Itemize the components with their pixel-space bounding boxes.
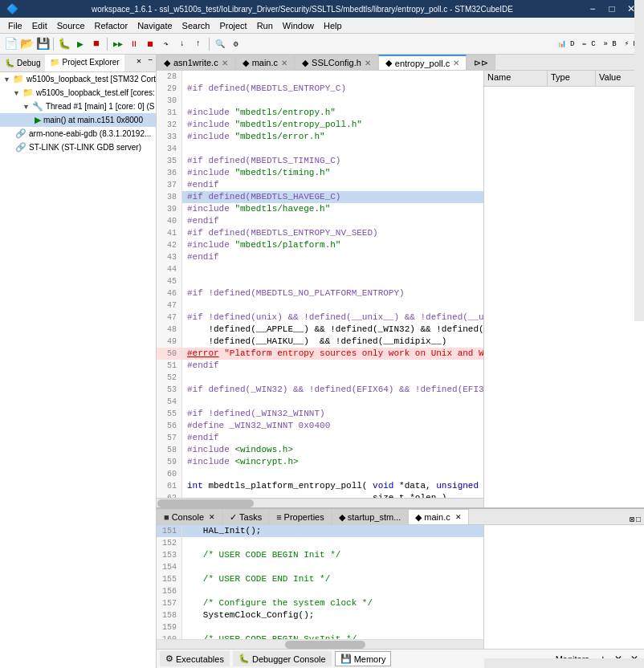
- startup-tab[interactable]: ◆ startup_stm...: [332, 509, 409, 524]
- mainc-tab[interactable]: ◆ main.c ✕: [408, 509, 468, 524]
- code-line-34: 34: [157, 143, 483, 155]
- code-line-59: 59 #include <wincrypt.h>: [157, 456, 483, 468]
- mainc-icon: ◆: [415, 512, 422, 523]
- menu-source[interactable]: Source: [52, 19, 90, 32]
- toolbar-search-btn[interactable]: 🔍: [213, 37, 227, 51]
- code-editor[interactable]: 28 29 #if defined(MBEDTLS_ENTROPY_C) 30 …: [157, 71, 483, 507]
- bottom-code-editor[interactable]: 151 HAL_Init(); 152 153 /* USER CODE BEG…: [157, 525, 483, 649]
- maximize-button[interactable]: □: [605, 3, 618, 14]
- code-line-55: 55 #if !defined(_WIN32_WINNT): [157, 408, 483, 420]
- main-icon: ▶: [35, 115, 41, 125]
- toolbar-settings-btn[interactable]: ⚙: [229, 37, 243, 51]
- toolbar-stepover-btn[interactable]: ↷: [159, 37, 173, 51]
- minimize-button[interactable]: −: [586, 3, 599, 14]
- code-line-35: 35 #if defined(MBEDTLS_TIMING_C): [157, 155, 483, 167]
- toolbar-perspective-btn[interactable]: 📊 D: [554, 37, 578, 51]
- toolbar-stepinto-btn[interactable]: ↓: [175, 37, 190, 51]
- editor-split: 28 29 #if defined(MBEDTLS_ENTROPY_C) 30 …: [157, 71, 644, 507]
- toolbar-stop-btn[interactable]: ■: [89, 37, 104, 51]
- executables-tab[interactable]: ⚙ Executables: [160, 651, 230, 666]
- sidebar-panel: 🐛 Debug 📁 Project Explorer ✕ − ▼ 📁 w5100…: [0, 55, 157, 668]
- bottom-scrollbar-h[interactable]: [157, 639, 483, 649]
- bottom-line-155: 155 /* USER CODE END Init */: [157, 573, 483, 585]
- toolbar-open-btn[interactable]: 📂: [19, 37, 34, 51]
- menu-help[interactable]: Help: [319, 19, 347, 32]
- code-line-38: 38 #if defined(MBEDTLS_HAVEGE_C): [157, 191, 483, 203]
- toolbar-terminate-btn[interactable]: ⏹: [143, 37, 157, 51]
- toolbar-stepout-btn[interactable]: ↑: [191, 37, 206, 51]
- sidebar-tab-bar: 🐛 Debug 📁 Project Explorer ✕ −: [0, 55, 156, 72]
- console-tab[interactable]: ■ Console ✕: [157, 509, 222, 524]
- toolbar-suspend-btn[interactable]: ⏸: [127, 37, 141, 51]
- code-line-56: 56 #define _WIN32_WINNT 0x0400: [157, 420, 483, 432]
- sidebar-minimize-btn[interactable]: −: [145, 55, 156, 71]
- bottom-line-158: 158 SystemClock_Config();: [157, 609, 483, 621]
- code-line-50: 50 #error "Platform entropy sources only…: [157, 348, 483, 360]
- debugger-console-tab[interactable]: 🐛 Debugger Console: [233, 651, 332, 666]
- bottom-line-157: 157 /* Configure the system clock */: [157, 597, 483, 609]
- sidebar-tab-project[interactable]: 📁 Project Explorer: [45, 55, 124, 71]
- mainc-close[interactable]: ✕: [455, 513, 462, 521]
- code-line-31: 31 #include "mbedtls/entropy.h": [157, 107, 483, 119]
- bottom-ctrl-1[interactable]: ⊠: [630, 515, 634, 524]
- stlink-icon: 🔗: [15, 142, 26, 153]
- toolbar-debug-btn[interactable]: 🐛: [57, 37, 71, 51]
- tree-item-thread[interactable]: ▼ 🔧 Thread #1 [main] 1 [core: 0] (S: [0, 100, 156, 113]
- toolbar-resume-btn[interactable]: ▶▶: [111, 37, 125, 51]
- tab-asn1write[interactable]: ◆ asn1write.c ✕: [157, 55, 235, 70]
- menu-file[interactable]: File: [3, 19, 27, 32]
- toolbar-sep-3: [209, 38, 210, 51]
- menu-window[interactable]: Window: [278, 19, 319, 32]
- tab-entropy-poll[interactable]: ◆ entropy_poll.c ✕: [378, 55, 467, 70]
- menu-edit[interactable]: Edit: [27, 19, 52, 32]
- sslconfig-close[interactable]: ✕: [365, 59, 371, 67]
- tree-item-gdb[interactable]: 🔗 arm-none-eabi-gdb (8.3.1.20192...: [0, 127, 156, 141]
- sidebar-close-btn[interactable]: ✕: [133, 55, 145, 71]
- asn1write-icon: ◆: [164, 58, 170, 68]
- console-close[interactable]: ✕: [209, 513, 215, 521]
- tasks-tab[interactable]: ✓ Tasks: [222, 509, 269, 524]
- code-line-29: 29 #if defined(MBEDTLS_ENTROPY_C): [157, 83, 483, 95]
- tab-sslconfig[interactable]: ◆ SSLConfig.h ✕: [295, 55, 378, 70]
- properties-tab[interactable]: ≡ Properties: [269, 509, 332, 524]
- code-line-61: 61 int mbedtls_platform_entropy_poll( vo…: [157, 480, 483, 492]
- toolbar-perspective3-btn[interactable]: » B: [601, 37, 620, 51]
- code-line-30: 30: [157, 95, 483, 107]
- code-line-54: 54: [157, 396, 483, 408]
- project-icon: 📁: [50, 58, 59, 67]
- menu-refactor[interactable]: Refactor: [90, 19, 133, 32]
- memory-tab[interactable]: 💾 Memory: [335, 651, 392, 666]
- code-line-47-blank: 47: [157, 299, 483, 312]
- app-window: 🔷 workspace_1.6.1 - ssl_w5100s_test/IoLi…: [0, 0, 644, 668]
- toolbar-perspective2-btn[interactable]: ✏ C: [579, 37, 598, 51]
- tree-arrow: ▼: [3, 75, 10, 84]
- elf-icon: 📁: [22, 88, 34, 98]
- editor-scrollbar-h[interactable]: [157, 498, 483, 507]
- menu-run[interactable]: Run: [252, 19, 278, 32]
- toolbar-new-btn[interactable]: 📄: [3, 37, 18, 51]
- gdb-icon: 🔗: [15, 128, 26, 139]
- tree-item-main[interactable]: ▶ main() at main.c151 0x8000: [0, 113, 156, 127]
- bottom-split: 151 HAL_Init(); 152 153 /* USER CODE BEG…: [157, 525, 644, 649]
- main-tab-close[interactable]: ✕: [281, 59, 287, 67]
- menu-project[interactable]: Project: [214, 19, 251, 32]
- bottom-ctrl-2[interactable]: □: [636, 515, 641, 524]
- tree-item-loopback-test[interactable]: ▼ 📁 w5100s_loopback_test [STM32 Corte...: [0, 72, 156, 86]
- sidebar-tab-debug[interactable]: 🐛 Debug: [0, 55, 45, 71]
- tab-overflow[interactable]: ⊳⊳: [467, 55, 495, 70]
- code-line-47: 47 #if !defined(unix) && !defined(__unix…: [157, 312, 483, 324]
- tree-item-stlink[interactable]: 🔗 ST-LINK (ST-LINK GDB server): [0, 141, 156, 154]
- console-icon: ■: [164, 512, 169, 522]
- menu-navigate[interactable]: Navigate: [132, 19, 177, 32]
- tree-item-elf[interactable]: ▼ 📁 w5100s_loopback_test.elf [cores: 0: [0, 86, 156, 100]
- asn1write-close[interactable]: ✕: [222, 59, 228, 67]
- bottom-line-159: 159: [157, 621, 483, 633]
- tab-main[interactable]: ◆ main.c ✕: [235, 55, 295, 70]
- code-line-36: 36 #include "mbedtls/timing.h": [157, 167, 483, 179]
- toolbar-save-btn[interactable]: 💾: [35, 37, 50, 51]
- toolbar-run-btn[interactable]: ▶: [73, 37, 88, 51]
- var-scrollbar[interactable]: [634, 71, 644, 321]
- entropy-close[interactable]: ✕: [453, 59, 459, 67]
- tree-arrow-thread: ▼: [22, 103, 30, 111]
- menu-search[interactable]: Search: [177, 19, 215, 32]
